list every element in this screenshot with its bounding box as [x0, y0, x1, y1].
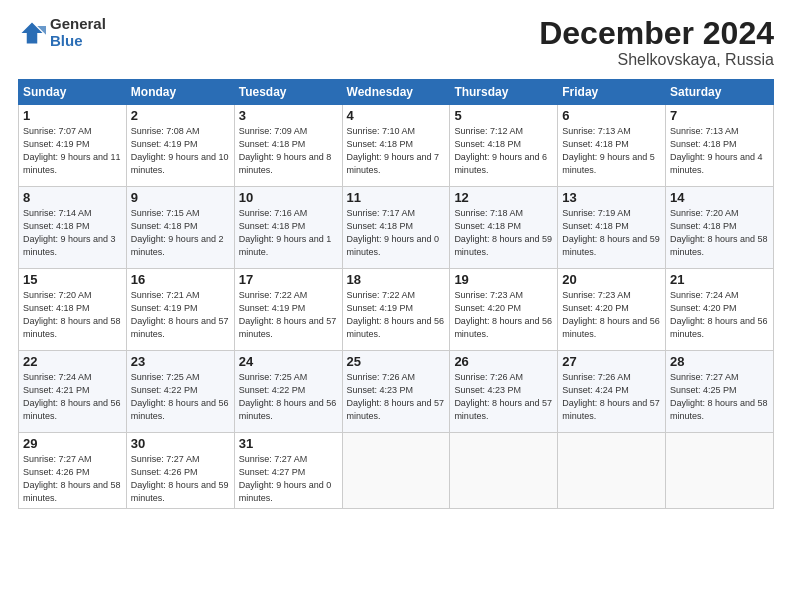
title-location: Shelkovskaya, Russia — [539, 51, 774, 69]
header: General Blue December 2024 Shelkovskaya,… — [18, 16, 774, 69]
day-number: 2 — [131, 108, 230, 123]
header-cell-friday: Friday — [558, 80, 666, 105]
header-cell-monday: Monday — [126, 80, 234, 105]
week-row-2: 8Sunrise: 7:14 AM Sunset: 4:18 PM Daylig… — [19, 187, 774, 269]
day-info: Sunrise: 7:26 AM Sunset: 4:23 PM Dayligh… — [454, 371, 553, 423]
calendar-table: SundayMondayTuesdayWednesdayThursdayFrid… — [18, 79, 774, 509]
day-cell — [342, 433, 450, 509]
day-number: 30 — [131, 436, 230, 451]
day-cell: 18Sunrise: 7:22 AM Sunset: 4:19 PM Dayli… — [342, 269, 450, 351]
day-cell: 3Sunrise: 7:09 AM Sunset: 4:18 PM Daylig… — [234, 105, 342, 187]
day-cell: 20Sunrise: 7:23 AM Sunset: 4:20 PM Dayli… — [558, 269, 666, 351]
day-number: 11 — [347, 190, 446, 205]
day-info: Sunrise: 7:12 AM Sunset: 4:18 PM Dayligh… — [454, 125, 553, 177]
title-block: December 2024 Shelkovskaya, Russia — [539, 16, 774, 69]
day-info: Sunrise: 7:23 AM Sunset: 4:20 PM Dayligh… — [454, 289, 553, 341]
day-number: 3 — [239, 108, 338, 123]
day-number: 12 — [454, 190, 553, 205]
day-cell: 12Sunrise: 7:18 AM Sunset: 4:18 PM Dayli… — [450, 187, 558, 269]
day-number: 1 — [23, 108, 122, 123]
day-number: 18 — [347, 272, 446, 287]
day-cell: 25Sunrise: 7:26 AM Sunset: 4:23 PM Dayli… — [342, 351, 450, 433]
day-cell: 13Sunrise: 7:19 AM Sunset: 4:18 PM Dayli… — [558, 187, 666, 269]
day-cell: 23Sunrise: 7:25 AM Sunset: 4:22 PM Dayli… — [126, 351, 234, 433]
week-row-1: 1Sunrise: 7:07 AM Sunset: 4:19 PM Daylig… — [19, 105, 774, 187]
day-info: Sunrise: 7:27 AM Sunset: 4:26 PM Dayligh… — [131, 453, 230, 505]
day-number: 20 — [562, 272, 661, 287]
day-info: Sunrise: 7:25 AM Sunset: 4:22 PM Dayligh… — [131, 371, 230, 423]
day-info: Sunrise: 7:23 AM Sunset: 4:20 PM Dayligh… — [562, 289, 661, 341]
day-number: 6 — [562, 108, 661, 123]
day-cell — [666, 433, 774, 509]
calendar-page: General Blue December 2024 Shelkovskaya,… — [0, 0, 792, 612]
day-cell: 6Sunrise: 7:13 AM Sunset: 4:18 PM Daylig… — [558, 105, 666, 187]
day-info: Sunrise: 7:19 AM Sunset: 4:18 PM Dayligh… — [562, 207, 661, 259]
day-cell: 30Sunrise: 7:27 AM Sunset: 4:26 PM Dayli… — [126, 433, 234, 509]
day-cell: 8Sunrise: 7:14 AM Sunset: 4:18 PM Daylig… — [19, 187, 127, 269]
day-cell: 24Sunrise: 7:25 AM Sunset: 4:22 PM Dayli… — [234, 351, 342, 433]
logo-text: General Blue — [50, 16, 106, 49]
day-number: 25 — [347, 354, 446, 369]
day-cell: 19Sunrise: 7:23 AM Sunset: 4:20 PM Dayli… — [450, 269, 558, 351]
day-cell: 17Sunrise: 7:22 AM Sunset: 4:19 PM Dayli… — [234, 269, 342, 351]
day-cell — [558, 433, 666, 509]
day-cell: 10Sunrise: 7:16 AM Sunset: 4:18 PM Dayli… — [234, 187, 342, 269]
day-info: Sunrise: 7:14 AM Sunset: 4:18 PM Dayligh… — [23, 207, 122, 259]
day-info: Sunrise: 7:26 AM Sunset: 4:23 PM Dayligh… — [347, 371, 446, 423]
logo: General Blue — [18, 16, 106, 49]
day-cell: 1Sunrise: 7:07 AM Sunset: 4:19 PM Daylig… — [19, 105, 127, 187]
day-number: 15 — [23, 272, 122, 287]
day-cell: 22Sunrise: 7:24 AM Sunset: 4:21 PM Dayli… — [19, 351, 127, 433]
day-number: 7 — [670, 108, 769, 123]
day-number: 9 — [131, 190, 230, 205]
day-cell: 7Sunrise: 7:13 AM Sunset: 4:18 PM Daylig… — [666, 105, 774, 187]
header-cell-saturday: Saturday — [666, 80, 774, 105]
day-number: 26 — [454, 354, 553, 369]
day-info: Sunrise: 7:13 AM Sunset: 4:18 PM Dayligh… — [562, 125, 661, 177]
day-info: Sunrise: 7:10 AM Sunset: 4:18 PM Dayligh… — [347, 125, 446, 177]
day-info: Sunrise: 7:24 AM Sunset: 4:21 PM Dayligh… — [23, 371, 122, 423]
day-number: 29 — [23, 436, 122, 451]
day-info: Sunrise: 7:25 AM Sunset: 4:22 PM Dayligh… — [239, 371, 338, 423]
day-number: 16 — [131, 272, 230, 287]
day-cell: 2Sunrise: 7:08 AM Sunset: 4:19 PM Daylig… — [126, 105, 234, 187]
day-info: Sunrise: 7:13 AM Sunset: 4:18 PM Dayligh… — [670, 125, 769, 177]
day-info: Sunrise: 7:20 AM Sunset: 4:18 PM Dayligh… — [23, 289, 122, 341]
day-info: Sunrise: 7:27 AM Sunset: 4:26 PM Dayligh… — [23, 453, 122, 505]
day-cell: 26Sunrise: 7:26 AM Sunset: 4:23 PM Dayli… — [450, 351, 558, 433]
week-row-3: 15Sunrise: 7:20 AM Sunset: 4:18 PM Dayli… — [19, 269, 774, 351]
day-cell — [450, 433, 558, 509]
day-number: 21 — [670, 272, 769, 287]
day-cell: 5Sunrise: 7:12 AM Sunset: 4:18 PM Daylig… — [450, 105, 558, 187]
day-number: 23 — [131, 354, 230, 369]
day-number: 28 — [670, 354, 769, 369]
day-info: Sunrise: 7:27 AM Sunset: 4:25 PM Dayligh… — [670, 371, 769, 423]
week-row-5: 29Sunrise: 7:27 AM Sunset: 4:26 PM Dayli… — [19, 433, 774, 509]
day-info: Sunrise: 7:07 AM Sunset: 4:19 PM Dayligh… — [23, 125, 122, 177]
logo-blue: Blue — [50, 33, 106, 50]
day-info: Sunrise: 7:09 AM Sunset: 4:18 PM Dayligh… — [239, 125, 338, 177]
day-info: Sunrise: 7:08 AM Sunset: 4:19 PM Dayligh… — [131, 125, 230, 177]
day-number: 8 — [23, 190, 122, 205]
day-number: 14 — [670, 190, 769, 205]
day-cell: 27Sunrise: 7:26 AM Sunset: 4:24 PM Dayli… — [558, 351, 666, 433]
day-info: Sunrise: 7:26 AM Sunset: 4:24 PM Dayligh… — [562, 371, 661, 423]
day-cell: 9Sunrise: 7:15 AM Sunset: 4:18 PM Daylig… — [126, 187, 234, 269]
day-number: 24 — [239, 354, 338, 369]
week-row-4: 22Sunrise: 7:24 AM Sunset: 4:21 PM Dayli… — [19, 351, 774, 433]
logo-icon — [18, 19, 46, 47]
day-number: 13 — [562, 190, 661, 205]
day-number: 5 — [454, 108, 553, 123]
day-info: Sunrise: 7:27 AM Sunset: 4:27 PM Dayligh… — [239, 453, 338, 505]
day-number: 10 — [239, 190, 338, 205]
day-number: 4 — [347, 108, 446, 123]
day-number: 27 — [562, 354, 661, 369]
svg-marker-0 — [22, 22, 43, 43]
day-number: 22 — [23, 354, 122, 369]
header-cell-wednesday: Wednesday — [342, 80, 450, 105]
day-info: Sunrise: 7:22 AM Sunset: 4:19 PM Dayligh… — [239, 289, 338, 341]
day-cell: 4Sunrise: 7:10 AM Sunset: 4:18 PM Daylig… — [342, 105, 450, 187]
day-info: Sunrise: 7:20 AM Sunset: 4:18 PM Dayligh… — [670, 207, 769, 259]
day-info: Sunrise: 7:24 AM Sunset: 4:20 PM Dayligh… — [670, 289, 769, 341]
day-cell: 28Sunrise: 7:27 AM Sunset: 4:25 PM Dayli… — [666, 351, 774, 433]
